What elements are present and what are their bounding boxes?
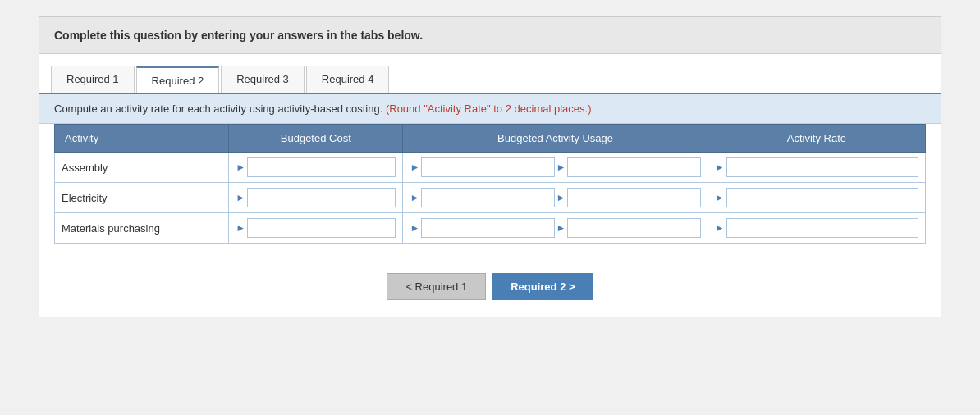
arrow-icon: ►: [715, 222, 725, 234]
arrow-icon: ►: [410, 192, 419, 203]
cell-activity-assembly: Assembly: [55, 153, 229, 183]
input-activity-rate-materials[interactable]: [726, 218, 918, 238]
table-row: Materials purchasing ► ►: [55, 213, 926, 244]
info-bar: Compute an activity rate for each activi…: [39, 94, 941, 124]
cell-budgeted-usage-electricity: ► ►: [403, 183, 708, 213]
input-budgeted-usage1-assembly[interactable]: [421, 157, 554, 177]
content-area: Compute an activity rate for each activi…: [39, 94, 941, 317]
cell-activity-rate-electricity: ►: [708, 183, 925, 213]
arrow-icon: ►: [715, 162, 725, 173]
main-container: Complete this question by entering your …: [39, 16, 941, 317]
table-row: Assembly ► ►: [55, 153, 926, 183]
header-budgeted-usage: Budgeted Activity Usage: [403, 125, 708, 153]
input-budgeted-usage1-materials[interactable]: [421, 218, 554, 238]
table-row: Electricity ► ►: [55, 183, 926, 213]
cell-budgeted-cost-assembly: ►: [229, 153, 403, 183]
activity-table: Activity Budgeted Cost Budgeted Activity…: [54, 124, 926, 244]
cell-activity-electricity: Electricity: [55, 183, 229, 213]
input-budgeted-usage2-electricity[interactable]: [567, 188, 700, 208]
header-activity-rate: Activity Rate: [708, 125, 925, 153]
instruction-bar: Complete this question by entering your …: [39, 17, 941, 54]
tab-required-2[interactable]: Required 2: [136, 66, 220, 93]
cell-budgeted-cost-electricity: ►: [229, 183, 403, 213]
info-highlight-text: (Round "Activity Rate" to 2 decimal plac…: [386, 103, 592, 115]
tab-required-4[interactable]: Required 4: [306, 66, 390, 93]
arrow-icon: ►: [556, 222, 566, 234]
cell-budgeted-cost-materials: ►: [229, 213, 403, 244]
input-budgeted-cost-assembly[interactable]: [247, 157, 396, 177]
cell-activity-rate-assembly: ►: [708, 153, 925, 183]
arrow-icon: ►: [236, 192, 245, 203]
cell-activity-rate-materials: ►: [708, 213, 925, 244]
input-budgeted-cost-materials[interactable]: [247, 218, 396, 238]
input-budgeted-cost-electricity[interactable]: [247, 188, 396, 208]
prev-button[interactable]: < Required 1: [387, 273, 486, 300]
header-activity: Activity: [55, 125, 229, 153]
next-button[interactable]: Required 2 >: [492, 273, 593, 300]
arrow-icon: ►: [236, 162, 245, 173]
arrow-icon: ►: [556, 192, 566, 203]
info-main-text: Compute an activity rate for each activi…: [54, 103, 382, 115]
arrow-icon: ►: [410, 162, 419, 173]
cell-budgeted-usage-materials: ► ►: [403, 213, 708, 244]
tabs-container: Required 1 Required 2 Required 3 Require…: [39, 54, 941, 94]
nav-buttons: < Required 1 Required 2 >: [39, 258, 941, 317]
table-wrapper: Activity Budgeted Cost Budgeted Activity…: [39, 124, 941, 258]
input-budgeted-usage2-materials[interactable]: [567, 218, 700, 238]
tab-required-1[interactable]: Required 1: [51, 66, 135, 93]
cell-activity-materials: Materials purchasing: [55, 213, 229, 244]
input-activity-rate-assembly[interactable]: [726, 157, 918, 177]
arrow-icon: ►: [715, 192, 725, 203]
arrow-icon: ►: [236, 222, 245, 234]
table-header-row: Activity Budgeted Cost Budgeted Activity…: [55, 125, 926, 153]
instruction-text: Complete this question by entering your …: [54, 29, 423, 42]
arrow-icon: ►: [410, 222, 419, 234]
input-budgeted-usage2-assembly[interactable]: [567, 157, 700, 177]
tab-required-3[interactable]: Required 3: [221, 66, 305, 93]
arrow-icon: ►: [556, 162, 566, 173]
cell-budgeted-usage-assembly: ► ►: [403, 153, 708, 183]
header-budgeted-cost: Budgeted Cost: [229, 125, 403, 153]
input-budgeted-usage1-electricity[interactable]: [421, 188, 554, 208]
input-activity-rate-electricity[interactable]: [726, 188, 918, 208]
